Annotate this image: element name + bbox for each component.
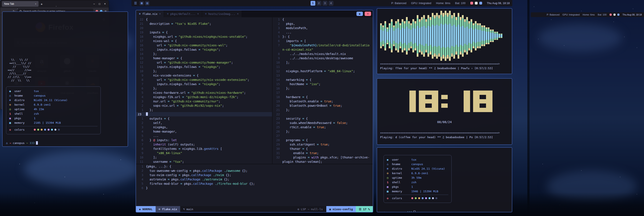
statusline-spacer (196, 206, 294, 212)
code-text: tux-awesome-wm-config = pkgs.callPackage… (146, 169, 373, 173)
audio-bar (380, 23, 382, 48)
info-label: shell (14, 111, 34, 116)
tab-close-icon[interactable]: × (237, 12, 238, 15)
tab-close-icon[interactable]: × (159, 12, 161, 15)
audio-bar (501, 34, 502, 38)
editor-tab[interactable]: ❄pkgs/default...× (164, 10, 202, 17)
info-row: ▦memory2185 | 15394 MiB (9, 120, 98, 125)
tray-icon[interactable] (610, 14, 612, 16)
layout-icon[interactable]: ▥ (145, 1, 150, 6)
minimize-button[interactable]: – (94, 2, 95, 6)
line-number: 10 (136, 69, 146, 73)
new-tab-button[interactable]: + (41, 2, 42, 6)
palette-dot (44, 129, 46, 131)
tab-close-icon[interactable]: × (35, 3, 36, 5)
audio-bar (468, 21, 470, 50)
line-number (272, 47, 282, 52)
terminal-fastfetch-right[interactable]: ◉usertux⌂hnamecanopus❄distroNixOS 24.11 … (377, 147, 512, 212)
memory-icon: ▦ (9, 120, 14, 125)
palette-dot (411, 197, 413, 199)
editor-pane-flake[interactable]: 22{21 description = "tux's NixOS Flake";… (136, 17, 272, 164)
palette-dot (432, 197, 434, 199)
palette-dot (415, 197, 417, 199)
audio-bar (404, 21, 406, 50)
line-number: 1 (272, 17, 282, 22)
code-line: 13 home-manager = { (136, 56, 272, 60)
buffer-pick-button[interactable]: ◉ (356, 12, 363, 16)
line-number: 14 (272, 78, 282, 82)
secondary-monitor-tint (530, 0, 644, 216)
packages-icon: ▣ (387, 184, 392, 189)
close-button[interactable]: × (104, 2, 106, 6)
workspace-button[interactable]: 4 (329, 1, 334, 6)
tray-icon[interactable] (475, 2, 478, 5)
firefox-tab-newtab[interactable]: New Tab × (2, 1, 38, 7)
audio-bar (432, 13, 434, 59)
terminal-fastfetch-left[interactable]: \\ \\ // ==\\___\\/ // // \\// ==// //==… (2, 12, 128, 147)
system-status-group: P: BalancedGPU: IntegratedHome: 6msBat: … (547, 13, 606, 16)
lsp-status: ⚙ LSP ~ null-ls (294, 206, 326, 212)
palette-dot (422, 197, 424, 199)
terminal-cava-visualizer[interactable]: ========================================… (377, 8, 512, 74)
code-line: 28 programs = { (272, 138, 373, 142)
code-text: enable = true; (282, 151, 373, 155)
editor-pane-iso[interactable]: 1{2 pkgs,3 modulesPath,4 ...5}: {6 impor… (272, 17, 373, 164)
tray-icon[interactable] (617, 14, 620, 16)
editor-tab[interactable]: ❄hosts/isoImag...× (202, 10, 242, 17)
workspace-button[interactable]: 1 (310, 1, 315, 6)
code-text: }; (282, 108, 373, 112)
tray-icon[interactable] (470, 2, 473, 5)
line-number: 11 (272, 65, 282, 69)
tray-icon[interactable] (614, 14, 616, 16)
line-number: 2 (136, 121, 146, 125)
layout-widgets[interactable]: ▦▥ (140, 1, 151, 6)
code-line: 22{ (136, 17, 272, 22)
code-line: 15 hostName = "iso"; (272, 82, 373, 86)
audio-bar (445, 11, 446, 61)
audio-bar (428, 15, 429, 57)
status-item: Home: 8ms (436, 2, 450, 5)
audio-bar (391, 19, 392, 52)
palette-dot (51, 129, 53, 131)
workspace-button[interactable]: 3 (323, 1, 328, 6)
buffer-close-button[interactable]: × (364, 12, 371, 16)
info-row: ⌂hnamecanopus (9, 93, 98, 98)
code-line: 20 bluetooth.powerOnBoot = true; (272, 103, 373, 108)
info-row: ⌂hnamecanopus (387, 162, 448, 166)
code-line: 22 (272, 112, 373, 116)
audio-bar (470, 19, 472, 52)
code-line: 2 pkgs, (272, 22, 373, 26)
palette-dot (41, 129, 42, 131)
terminal-clock[interactable]: 08/08/24 ===============================… (377, 78, 512, 145)
tray-icon[interactable] (479, 2, 482, 5)
code-text: "${modulesPath}/installer/cd-dvd/install… (282, 43, 373, 47)
info-row: ◷uptime4h 23m (9, 107, 98, 111)
code-text: nixpkgs, (146, 125, 272, 129)
packages-icon: ▣ (9, 116, 14, 120)
palette-icon: ✿ (387, 196, 392, 200)
code-line: 15 inputs.nixpkgs.follows = "nixpkgs"; (136, 47, 272, 52)
editor-pane-pkgs[interactable]: 1{pkgs, ...}: {2 tux-awesome-wm-config =… (136, 164, 373, 190)
audio-bar (498, 34, 500, 38)
code-line: 19 bluetooth.enable = true; (272, 99, 373, 103)
audio-bar (423, 15, 425, 57)
neovim-editor-window[interactable]: ❄flake.nix×❄pkgs/default...×❄hosts/isoIm… (136, 10, 373, 212)
system-info-box: ◉usertux⌂hnamecanopus❄distroNixOS 24.11 … (384, 155, 452, 203)
menu-icon[interactable]: ☰ (134, 1, 137, 5)
editor-cursor (146, 112, 148, 116)
tab-close-icon[interactable]: × (198, 12, 199, 15)
project-name: ▣ nixos-config (326, 206, 356, 212)
editor-tab[interactable]: ❄flake.nix× (136, 10, 164, 17)
info-value: 6.9.8-zen1 (411, 171, 428, 175)
code-line: 12 nixpkgs.hostPlatform = "x86_64-linux"… (272, 69, 373, 73)
code-text: }; (146, 108, 272, 112)
layout-icon[interactable]: ▦ (140, 1, 144, 6)
workspace-button[interactable]: 2 (316, 1, 321, 6)
line-number: 20 (136, 26, 146, 30)
clock-date: 08/08/24 (380, 120, 509, 124)
line-number: 11 (136, 65, 146, 69)
audio-bar (447, 13, 448, 59)
maximize-button[interactable]: □ (99, 2, 100, 6)
palette-dot (436, 197, 437, 199)
info-label: pkgs (14, 116, 34, 120)
